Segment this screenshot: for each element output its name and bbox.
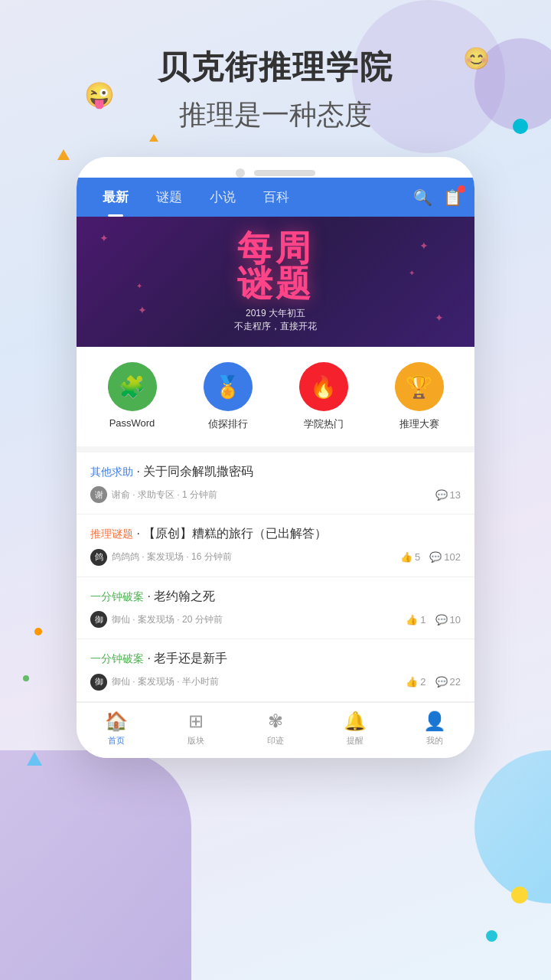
feed-meta-text-3: 御仙 · 案发现场 · 20 分钟前 [112,613,223,626]
phone-frame: 最新 谜题 小说 百科 🔍 📋 每周谜题 2019 大 [77,157,474,758]
trace-label: 印迹 [267,735,284,746]
calendar-icon[interactable]: 📋 [443,188,462,207]
feed-comments-3: 💬 10 [435,614,461,626]
feed-item-title-1: 其他求助 · 关于同余解凯撒密码 [90,463,461,480]
feed-item-3[interactable]: 一分钟破案 · 老约翰之死 御 御仙 · 案发现场 · 20 分钟前 👍 1 [77,577,474,639]
contest-label: 推理大赛 [399,417,439,431]
password-icon-circle: 🧩 [108,362,157,411]
profile-icon: 👤 [423,710,446,732]
feed-avatar-2: 鸽 [90,549,107,566]
board-icon: ⊞ [188,710,204,732]
navigation-bar: 最新 谜题 小说 百科 🔍 📋 [77,178,474,217]
nav-tabs: 最新 谜题 小说 百科 [89,178,303,217]
feed-comments-4: 💬 22 [435,676,461,688]
quick-icon-ranking[interactable]: 🏅 侦探排行 [204,362,253,431]
feed-comments-2: 💬 102 [429,551,461,563]
quick-icon-password[interactable]: 🧩 PassWord [108,362,157,431]
bottom-nav-profile[interactable]: 👤 我的 [412,710,458,746]
feed-item-1[interactable]: 其他求助 · 关于同余解凯撒密码 谢 谢俞 · 求助专区 · 1 分钟前 💬 1… [77,452,474,514]
banner-sub-text: 2019 大年初五 不走程序，直接开花 [234,307,317,333]
hot-icon-circle: 🔥 [299,362,348,411]
bell-icon: 🔔 [344,710,367,732]
profile-label: 我的 [426,735,443,746]
feed-meta-right-3: 👍 1 💬 10 [406,614,461,626]
feed-item-meta-2: 鸽 鸽鸽鸽 · 案发现场 · 16 分钟前 👍 5 💬 102 [90,549,461,566]
feed-likes-4: 👍 2 [406,676,425,688]
feed-meta-text-1: 谢俞 · 求助专区 · 1 分钟前 [112,488,217,501]
feed-category-3: 一分钟破案 [90,590,144,603]
feed-avatar-4: 御 [90,674,107,691]
feed-category-4: 一分钟破案 [90,652,144,665]
feed-meta-text-4: 御仙 · 案发现场 · 半小时前 [112,675,219,688]
feed-list: 其他求助 · 关于同余解凯撒密码 谢 谢俞 · 求助专区 · 1 分钟前 💬 1… [77,452,474,702]
banner-image[interactable]: 每周谜题 2019 大年初五 不走程序，直接开花 ✦ ✦ ✦ ✦ ✦ ✦ [77,217,474,347]
feed-meta-right-2: 👍 5 💬 102 [400,551,461,563]
feed-item-title-3: 一分钟破案 · 老约翰之死 [90,588,461,605]
ranking-label: 侦探排行 [208,417,248,431]
banner-area: 每周谜题 2019 大年初五 不走程序，直接开花 ✦ ✦ ✦ ✦ ✦ ✦ [77,217,474,347]
reminder-label: 提醒 [347,735,364,746]
feed-meta-text-2: 鸽鸽鸽 · 案发现场 · 16 分钟前 [112,550,232,564]
banner-main-text: 每周谜题 [237,230,314,301]
feed-item-meta-4: 御 御仙 · 案发现场 · 半小时前 👍 2 💬 22 [90,674,461,691]
quick-icon-contest[interactable]: 🏆 推理大赛 [395,362,444,431]
nav-actions: 🔍 📋 [413,188,462,207]
bottom-nav-trace[interactable]: ✾ 印迹 [253,710,298,746]
feed-meta-left-2: 鸽 鸽鸽鸽 · 案发现场 · 16 分钟前 [90,549,232,566]
search-icon[interactable]: 🔍 [413,188,432,207]
phone-speaker [254,170,315,176]
star-deco3: ✦ [138,304,147,316]
hot-label: 学院热门 [304,417,344,431]
feed-item-title-4: 一分钟破案 · 老手还是新手 [90,650,461,667]
home-icon: 🏠 [105,710,128,732]
star-deco2: ✦ [419,240,429,252]
bottom-nav-reminder[interactable]: 🔔 提醒 [332,710,378,746]
star-deco5: ✦ [136,282,142,290]
feed-likes-3: 👍 1 [406,614,425,626]
ranking-icon-circle: 🏅 [204,362,253,411]
star-deco4: ✦ [435,312,444,324]
feed-item-4[interactable]: 一分钟破案 · 老手还是新手 御 御仙 · 案发现场 · 半小时前 👍 2 [77,639,474,701]
feed-meta-left-1: 谢 谢俞 · 求助专区 · 1 分钟前 [90,486,217,503]
feed-category-2: 推理谜题 [90,528,133,540]
feed-avatar-1: 谢 [90,486,107,503]
bottom-nav-home[interactable]: 🏠 首页 [93,710,139,746]
tab-puzzle[interactable]: 谜题 [142,178,196,217]
board-label: 版块 [187,735,204,746]
feed-category-1: 其他求助 [90,466,133,478]
feed-meta-right-4: 👍 2 💬 22 [406,676,461,688]
notification-badge [458,185,465,193]
star-deco: ✦ [99,232,109,244]
tab-latest[interactable]: 最新 [89,178,142,217]
trace-icon: ✾ [268,710,283,732]
feed-meta-left-3: 御 御仙 · 案发现场 · 20 分钟前 [90,611,223,628]
feed-item-meta-3: 御 御仙 · 案发现场 · 20 分钟前 👍 1 💬 10 [90,611,461,628]
tab-wiki[interactable]: 百科 [249,178,303,217]
quick-icons-section: 🧩 PassWord 🏅 侦探排行 🔥 学院热门 🏆 推理大赛 [77,347,474,452]
phone-camera [236,168,245,178]
app-subtitle: 推理是一种态度 [0,96,551,134]
home-label: 首页 [108,735,125,746]
phone-notch [77,157,474,178]
tab-novel[interactable]: 小说 [196,178,249,217]
feed-comments-1: 💬 13 [435,489,461,501]
feed-item-2[interactable]: 推理谜题 · 【原创】糟糕的旅行（已出解答） 鸽 鸽鸽鸽 · 案发现场 · 16… [77,514,474,577]
bottom-nav-board[interactable]: ⊞ 版块 [173,710,219,746]
feed-avatar-3: 御 [90,611,107,628]
contest-icon-circle: 🏆 [395,362,444,411]
app-content: 最新 谜题 小说 百科 🔍 📋 每周谜题 2019 大 [77,178,474,758]
bottom-navigation: 🏠 首页 ⊞ 版块 ✾ 印迹 🔔 提醒 👤 我的 [77,702,474,758]
app-title: 贝克街推理学院 [0,46,551,89]
feed-item-meta-1: 谢 谢俞 · 求助专区 · 1 分钟前 💬 13 [90,486,461,503]
feed-meta-right-1: 💬 13 [435,489,461,501]
quick-icon-hot[interactable]: 🔥 学院热门 [299,362,348,431]
feed-item-title-2: 推理谜题 · 【原创】糟糕的旅行（已出解答） [90,525,461,542]
feed-likes-2: 👍 5 [400,551,420,563]
feed-meta-left-4: 御 御仙 · 案发现场 · 半小时前 [90,674,219,691]
header-section: 贝克街推理学院 推理是一种态度 [0,0,551,157]
star-deco6: ✦ [409,269,415,277]
password-label: PassWord [109,417,155,429]
